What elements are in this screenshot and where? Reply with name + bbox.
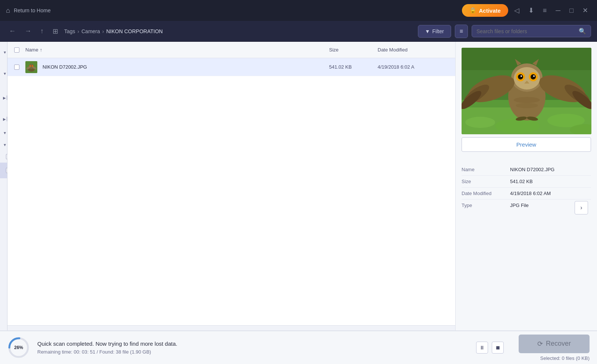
minimize-button[interactable]: ─ [553,5,563,16]
sidebar-item-other-lost[interactable]: ▼ 📁 Other Lost Files 33 [0,63,7,84]
name-label: Name [462,167,510,172]
filter-button[interactable]: ▼ Filter [418,25,451,38]
column-date-modified[interactable]: Date Modified [378,47,452,53]
header-checkbox-col [10,47,25,53]
toggle-canon [3,155,5,159]
progress-percent: 26% [14,345,23,350]
toggle-cf-card: ▼ [3,50,7,54]
pause-button[interactable]: ⏸ [476,342,488,354]
svg-point-33 [514,97,540,103]
table-row[interactable]: NIKON D72002.JPG 541.02 KB 4/19/2018 6:0… [7,58,455,76]
filter-icon: ▼ [425,28,430,34]
progress-circle: 26% [7,336,30,359]
breadcrumb-tags[interactable]: Tags [64,28,75,34]
svg-point-11 [495,119,540,134]
svg-point-29 [533,75,535,77]
file-thumbnail [25,61,37,73]
horizontal-scrollbar[interactable] [7,325,455,330]
column-size[interactable]: Size [329,47,378,53]
sidebar-item-canon[interactable]: 📁 CANON 2 [0,151,7,163]
grid-view-button[interactable]: ⊞ [50,25,61,38]
sidebar-item-existing[interactable]: ▶ 📁 Existing Files 2 [0,111,7,127]
activate-button[interactable]: 🔒 Activate [462,4,508,17]
toggle-existing: ▶ [3,117,6,121]
sidebar-item-camera[interactable]: ▼ 📁 Camera 3 [0,139,7,151]
title-bar-right: 🔒 Activate ◁ ⬇ ≡ ─ □ ✕ [462,4,591,17]
next-button[interactable]: › [575,201,588,214]
recover-section: ⟳ Recover Selected: 0 files (0 KB) [519,335,590,361]
status-main-text: Quick scan completed. Now trying to find… [37,341,469,347]
date-value: 4/19/2018 6:02 AM [510,191,591,196]
title-bar-left: ⌂ Return to Home [6,7,51,15]
menu-button[interactable]: ≡ [540,5,550,16]
status-info: Quick scan completed. Now trying to find… [37,341,469,355]
preview-image-container [456,42,597,137]
main-layout: ▼ 💾 CF CARD (F:) 35 ▼ 📁 Other Lost Files… [0,42,597,330]
forward-button[interactable]: → [22,25,34,37]
size-value: 541.02 KB [510,179,591,184]
status-controls: ⏸ ⏹ [476,342,504,354]
recover-icon: ⟳ [537,340,543,348]
cloud-button[interactable]: ⬇ [525,5,537,16]
breadcrumb-camera[interactable]: Camera [81,28,100,34]
stop-button[interactable]: ⏹ [492,342,504,354]
detail-row-date: Date Modified 4/19/2018 6:02 AM [462,188,591,200]
recover-label: Recover [546,340,571,348]
column-name[interactable]: Name ↑ [25,47,329,53]
file-list: Name ↑ Size Date Modified [7,42,455,330]
toggle-files-lost: ▶ [3,96,6,100]
file-date-col: 4/19/2018 6:02 A [378,64,452,70]
activate-label: Activate [479,7,500,14]
toggle-nikon [3,169,5,173]
file-checkbox-nikon[interactable] [14,65,19,70]
up-button[interactable]: ↑ [37,25,47,37]
search-input[interactable] [476,28,576,34]
sidebar-item-nikon[interactable]: 📁 NIKON CORPORATION 1 [0,163,7,178]
share-button[interactable]: ◁ [511,5,522,16]
preview-details: Name NIKON D72002.JPG Size 541.02 KB Dat… [456,158,597,330]
file-name-text: NIKON D72002.JPG [43,64,87,70]
sidebar-item-tags[interactable]: ▼ 🏷 Tags ❓ 3 [0,127,7,139]
maximize-button[interactable]: □ [566,5,576,16]
sidebar-item-cf-card[interactable]: ▼ 💾 CF CARD (F:) 35 [0,42,7,63]
svg-point-34 [516,103,538,108]
name-value: NIKON D72002.JPG [510,167,591,172]
selected-info: Selected: 0 files (0 KB) [540,355,590,361]
nav-bar: ← → ↑ ⊞ Tags › Camera › NIKON CORPORATIO… [0,21,597,42]
sort-icon: ↑ [40,47,43,53]
home-icon: ⌂ [6,7,10,15]
status-sub-text: Remaining time: 00: 03: 51 / Found: 38 f… [37,349,469,355]
file-size-value: 541.02 KB [329,64,352,70]
nav-right: ▼ Filter ≡ 🔍 [418,25,591,38]
status-bar: 26% Quick scan completed. Now trying to … [0,330,597,364]
sidebar: ▼ 💾 CF CARD (F:) 35 ▼ 📁 Other Lost Files… [0,42,7,330]
svg-point-28 [521,75,522,77]
close-button[interactable]: ✕ [579,5,591,16]
detail-row-type: Type JPG File › [462,200,591,211]
detail-row-size: Size 541.02 KB [462,176,591,188]
select-all-checkbox[interactable] [14,47,19,53]
detail-row-name: Name NIKON D72002.JPG [462,164,591,176]
file-list-header: Name ↑ Size Date Modified [7,42,455,58]
back-button[interactable]: ← [6,25,19,37]
view-menu-button[interactable]: ≡ [455,25,468,38]
svg-point-27 [531,74,536,79]
toggle-other-lost: ▼ [3,72,7,76]
breadcrumb: Tags › Camera › NIKON CORPORATION [64,28,415,34]
sidebar-item-files-lost[interactable]: ▶ ⭐ Files Lost Original N... ❓ 29 [0,84,7,111]
return-home-link[interactable]: Return to Home [14,7,51,13]
toggle-camera: ▼ [3,143,7,147]
size-label: Size [462,179,510,184]
type-label: Type [462,203,510,208]
svg-point-26 [518,74,523,79]
preview-panel: Preview Name NIKON D72002.JPG Size 541.0… [455,42,597,330]
search-icon[interactable]: 🔍 [579,28,586,35]
recover-button[interactable]: ⟳ Recover [519,335,590,353]
row-checkbox-col [10,65,25,70]
preview-button[interactable]: Preview [462,137,591,152]
breadcrumb-current: NIKON CORPORATION [106,28,163,34]
filter-label: Filter [432,28,444,34]
file-date-value: 4/19/2018 6:02 A [378,64,414,70]
search-box: 🔍 [472,25,591,37]
file-name-col: NIKON D72002.JPG [25,61,329,73]
